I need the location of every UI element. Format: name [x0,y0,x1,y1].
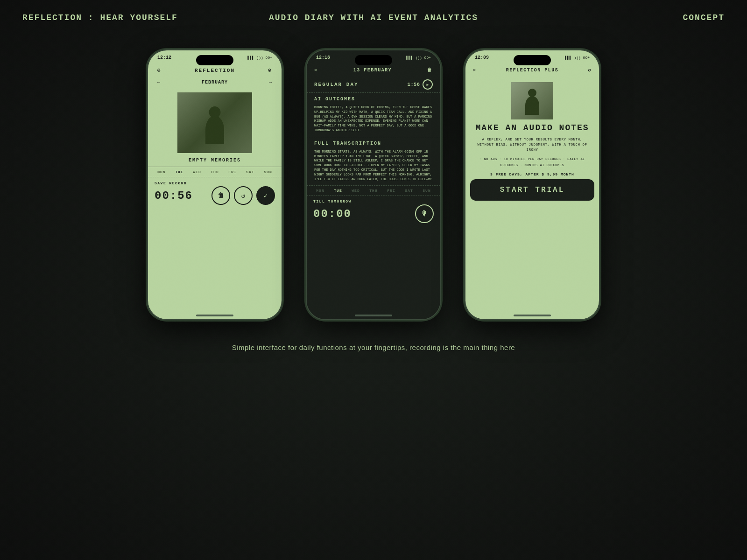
phone2-screen: ✕ 13 FEBRUARY 🗑 REGULAR DAY 1:56 ▶ AI OU… [307,63,440,319]
phone1-time: 12:12 [157,55,171,60]
ai-outcomes-title: AI OUTCOMES [307,93,440,104]
phone1-confirm-btn[interactable]: ✓ [256,186,275,205]
p2-wd-mon[interactable]: MON [316,189,324,193]
phone3-time: 12:09 [475,55,489,60]
phone2-timer: 00:00 [313,208,352,220]
day-type: REGULAR DAY [314,82,359,87]
phone1-refresh-btn[interactable]: ↺ [234,186,253,205]
phone2-trash-icon[interactable]: 🗑 [427,67,433,73]
footer-text: Simple interface for daily functions at … [0,343,747,351]
phone1-title: REFLECTION [195,68,235,73]
phone3-refresh-icon[interactable]: ↺ [588,67,592,73]
phone2-status-bar: 12:16 ▌▌▌ ))) 99+ [307,50,440,63]
phone2-time: 12:16 [316,55,330,60]
phone1-month-nav: ← FEBRUARY → [148,77,282,88]
phone2-day-row: REGULAR DAY 1:56 ▶ [307,77,440,93]
phone1-screen: ⊕ REFLECTION ⊙ ← FEBRUARY → EMPTY MEMORI… [148,63,282,319]
p2-wd-fri[interactable]: FRI [387,189,395,193]
phone-2: 12:16 ▌▌▌ ))) 99+ ✕ 13 FEBRUARY 🗑 REGULA… [306,49,441,320]
mic-btn[interactable]: 🎙 [415,204,434,223]
phone1-dynamic-island [196,55,233,65]
phone2-dynamic-island [355,55,392,65]
phone2-status-icons: ▌▌▌ ))) 99+ [406,56,431,60]
wd-mon[interactable]: MON [157,170,165,174]
photo-label: EMPTY MEMORIES [148,158,282,163]
phone-3: 12:09 ▌▌▌ ))) 99+ ✕ REFLECTION PLUS ↺ MA… [465,49,600,320]
phone2-timer-row: 00:00 🎙 [313,204,434,223]
phone3-screen: ✕ REFLECTION PLUS ↺ MAKE AN AUDIO NOTES … [465,63,599,319]
phone1-bottom: SAVE RECORD 00:56 🗑 ↺ ✓ [148,177,282,209]
wd-thu[interactable]: THU [211,170,218,174]
phone1-weekdays: MON TUE WED THU FRI SAT SUN [148,167,282,177]
phone1-timer: 00:56 [155,189,193,202]
wd-sat[interactable]: SAT [246,170,254,174]
phone3-photo [511,82,553,119]
phone3-subtitle: A REFLEX, AND GET YOUR RESULTS EVERY MON… [465,137,599,153]
till-tomorrow-label: TILL TOMORROW [313,199,434,203]
p2-wd-thu[interactable]: THU [369,189,377,193]
p2-wd-wed[interactable]: WED [352,189,359,193]
phone1-photo [177,92,252,153]
transcription-text: THE MORNING STARTS, AS ALWAYS, WITH THE … [307,148,440,186]
phone1-home-bar [196,315,233,316]
phone3-home-bar [514,315,551,316]
phone3-title: REFLECTION PLUS [506,68,559,73]
phone3-status-icons: ▌▌▌ ))) 99+ [565,56,590,60]
phone1-settings-icon[interactable]: ⊙ [268,67,272,73]
header: REFLECTION : HEAR YOURSELF AUDIO DIARY W… [0,0,747,35]
p2-wd-tue[interactable]: TUE [334,189,342,193]
play-btn[interactable]: ▶ [423,79,433,90]
phone2-bottom: TILL TOMORROW 00:00 🎙 [307,195,440,227]
phone3-header: ✕ REFLECTION PLUS ↺ [465,63,599,77]
phone2-date: 13 FEBRUARY [353,68,392,73]
phone1-timer-row: 00:56 🗑 ↺ ✓ [155,186,275,205]
phone1-nav: ⊕ REFLECTION ⊙ [148,63,282,77]
phone3-status-bar: 12:09 ▌▌▌ ))) 99+ [465,50,599,63]
phone1-status-bar: 12:12 ▌▌▌ ))) 99+ [148,50,282,63]
phone1-delete-btn[interactable]: 🗑 [211,186,230,205]
phone2-close-icon[interactable]: ✕ [314,67,318,73]
phones-container: 12:12 ▌▌▌ ))) 99+ ⊕ REFLECTION ⊙ ← FEBRU… [0,40,747,329]
ai-outcomes-text: MORNING COFFEE, A QUIET HOUR OF CODING, … [307,104,440,137]
phone2-header: ✕ 13 FEBRUARY 🗑 [307,63,440,77]
phone2-weekdays: MON TUE WED THU FRI SAT SUN [307,186,440,195]
phone2-home-bar [355,315,392,316]
photo-placeholder [177,92,252,153]
wd-wed[interactable]: WED [193,170,201,174]
phone3-features: · NO ADS · 10 MINUTES PER DAY RECORDS · … [465,156,599,168]
phone3-photo-inner [511,82,553,119]
transcription-title: FULL TRANSCRIPTION [307,137,440,148]
phone1-add-icon[interactable]: ⊕ [157,67,162,73]
p2-wd-sun[interactable]: SUN [423,189,430,193]
save-record-label: SAVE RECORD [155,181,275,185]
wd-sun[interactable]: SUN [264,170,272,174]
phone1-next-month[interactable]: → [269,80,272,85]
phone1-month: FEBRUARY [202,80,228,85]
duration: 1:56 [408,82,420,87]
phone1-prev-month[interactable]: ← [157,80,161,85]
phone-1: 12:12 ▌▌▌ ))) 99+ ⊕ REFLECTION ⊙ ← FEBRU… [147,49,282,320]
wd-fri[interactable]: FRI [228,170,236,174]
phone3-price: 3 FREE DAYS, AFTER $ 9,99 MONTH [465,172,599,176]
header-left: REFLECTION : HEAR YOURSELF [22,13,178,22]
phone1-status-icons: ▌▌▌ ))) 99+ [247,56,272,60]
header-right: CONCEPT [683,13,725,22]
phone3-big-title: MAKE AN AUDIO NOTES [465,123,599,133]
start-trial-button[interactable]: START TRIAL [470,179,594,201]
header-center: AUDIO DIARY WITH AI EVENT ANALYTICS [269,13,478,22]
p2-wd-sat[interactable]: SAT [405,189,413,193]
phone3-dynamic-island [514,55,551,65]
wd-tue[interactable]: TUE [175,170,183,174]
phone3-close-icon[interactable]: ✕ [473,67,477,73]
phone1-timer-controls: 🗑 ↺ ✓ [211,186,275,205]
